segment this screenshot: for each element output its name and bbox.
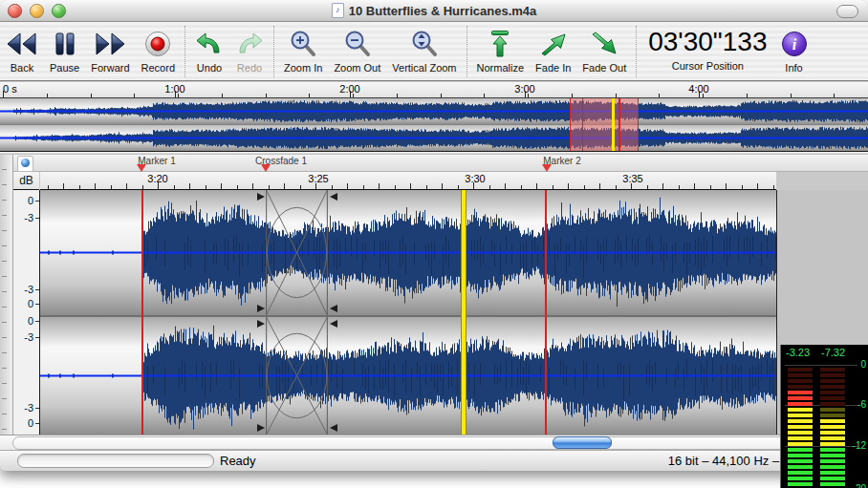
normalize-button[interactable]: Normalize xyxy=(471,25,531,74)
waveform-channel-left[interactable] xyxy=(40,190,776,317)
fade-out-button[interactable]: Fade Out xyxy=(576,25,632,74)
zoom-window-button[interactable] xyxy=(52,4,66,18)
selection-start-line[interactable] xyxy=(141,190,143,435)
ruler-tick xyxy=(222,94,223,97)
crossfade-handle[interactable] xyxy=(257,424,265,432)
db-scale-label: -3 xyxy=(13,331,33,343)
fade-in-icon xyxy=(539,26,568,61)
db-scale-tick xyxy=(35,289,39,290)
db-scale-label: -3 xyxy=(13,212,33,223)
ruler-tick xyxy=(397,94,398,97)
meter-led-segment xyxy=(820,454,845,457)
marker-flag[interactable] xyxy=(137,164,146,172)
toolbar-separator xyxy=(636,26,637,77)
ruler-tick xyxy=(395,185,396,189)
meter-led-segment xyxy=(788,425,813,429)
app-window: ♪ 10 Butterflies & Hurricanes.m4a Back P… xyxy=(0,0,868,471)
redo-label: Redo xyxy=(237,62,262,74)
crossfade-overlay[interactable] xyxy=(266,190,328,315)
ruler-tick xyxy=(442,183,443,189)
ruler-label: 0 s xyxy=(3,83,17,95)
meter-led-segment xyxy=(820,465,845,469)
overview-waveform[interactable] xyxy=(0,98,868,151)
zoom-in-button[interactable]: Zoom In xyxy=(278,25,328,74)
zoom-in-label: Zoom In xyxy=(284,62,322,74)
close-button[interactable] xyxy=(8,4,22,18)
minimize-button[interactable] xyxy=(30,4,44,18)
meter-led-segment xyxy=(788,379,813,383)
crossfade-handle[interactable] xyxy=(257,305,265,312)
scrollbar-thumb[interactable] xyxy=(553,436,612,449)
fade-in-button[interactable]: Fade In xyxy=(530,25,576,74)
info-button[interactable]: i Info xyxy=(775,25,814,74)
zoom-out-button[interactable]: Zoom Out xyxy=(328,25,386,74)
undo-label: Undo xyxy=(197,62,222,74)
document-icon-button[interactable] xyxy=(17,156,33,172)
db-scale-tick xyxy=(35,321,39,322)
meter-led-segment xyxy=(788,402,813,406)
ruler-label: 3:35 xyxy=(609,173,657,184)
ruler-tick xyxy=(773,185,774,189)
title-bar[interactable]: ♪ 10 Butterflies & Hurricanes.m4a xyxy=(0,0,868,22)
meter-led-segment xyxy=(788,436,813,440)
meter-led-segment xyxy=(820,379,845,383)
marker-flag[interactable] xyxy=(261,164,271,172)
ruler-tick xyxy=(206,185,206,189)
marker-flag[interactable] xyxy=(542,164,552,172)
ruler-tick xyxy=(568,183,569,189)
meter-scale-label: 0 xyxy=(860,359,866,370)
status-bar: Ready 16 bit – 44,100 Hz – 4'57"99 xyxy=(0,450,868,471)
toolbar-separator xyxy=(467,26,467,77)
ruler-tick xyxy=(189,183,190,189)
zoom-out-label: Zoom Out xyxy=(334,62,380,74)
crossfade-handle[interactable] xyxy=(257,320,265,328)
ruler-tick xyxy=(505,183,506,189)
overview-selection[interactable] xyxy=(570,98,639,151)
vertical-zoom-button[interactable]: Vertical Zoom xyxy=(386,25,462,74)
meter-led-segment xyxy=(788,477,813,480)
toolbar-toggle-button[interactable] xyxy=(836,5,858,18)
svg-text:i: i xyxy=(792,36,796,53)
meter-led-segment xyxy=(788,454,813,457)
meter-led-segment xyxy=(788,396,813,400)
redo-button[interactable]: Redo xyxy=(229,25,270,74)
ruler-tick xyxy=(410,183,411,189)
crossfade-handle[interactable] xyxy=(257,193,265,201)
waveform-view[interactable] xyxy=(40,190,777,435)
meter-led-segment xyxy=(820,408,845,412)
crossfade-handle[interactable] xyxy=(330,424,337,432)
crossfade-handle[interactable] xyxy=(330,320,337,328)
meter-led-segment xyxy=(788,482,813,486)
overview-marker-line xyxy=(582,98,583,151)
meter-led-segment xyxy=(820,471,845,475)
db-scale-tick xyxy=(35,423,39,424)
crossfade-handle[interactable] xyxy=(330,305,337,312)
forward-button[interactable]: Forward xyxy=(85,25,135,74)
crossfade-handle[interactable] xyxy=(330,193,337,201)
zoom-in-icon xyxy=(289,26,317,61)
ruler-tick xyxy=(616,185,617,189)
marker-row[interactable]: Marker 1Crossfade 1Marker 2 xyxy=(0,155,868,172)
selection-end-line[interactable] xyxy=(545,190,547,435)
record-button[interactable]: Record xyxy=(136,25,181,74)
crossfade-overlay[interactable] xyxy=(266,317,328,435)
scrollbar-track[interactable] xyxy=(12,436,815,450)
editor-time-ruler[interactable]: 3:203:253:303:35 xyxy=(40,172,776,190)
db-scale-tick xyxy=(35,304,39,305)
db-scale-tick xyxy=(35,337,39,338)
undo-button[interactable]: Undo xyxy=(189,25,229,74)
back-button[interactable]: Back xyxy=(0,25,44,74)
marker-label: Marker 1 xyxy=(111,156,203,166)
pause-button[interactable]: Pause xyxy=(44,25,85,74)
playback-cursor-line[interactable] xyxy=(461,190,467,435)
ruler-tick xyxy=(332,185,333,189)
ruler-label: 3:20 xyxy=(134,173,182,184)
ruler-tick xyxy=(266,94,267,97)
meter-led-segment xyxy=(788,373,813,377)
ruler-tick xyxy=(174,185,175,189)
waveform-channel-right[interactable] xyxy=(40,317,776,435)
undo-icon xyxy=(195,26,224,61)
horizontal-scrollbar[interactable]: ◀ ▶ xyxy=(0,435,868,450)
overview-timeline-ruler[interactable]: 0 s1:002:003:004:00 xyxy=(0,82,868,98)
meter-led-segment xyxy=(788,459,813,463)
